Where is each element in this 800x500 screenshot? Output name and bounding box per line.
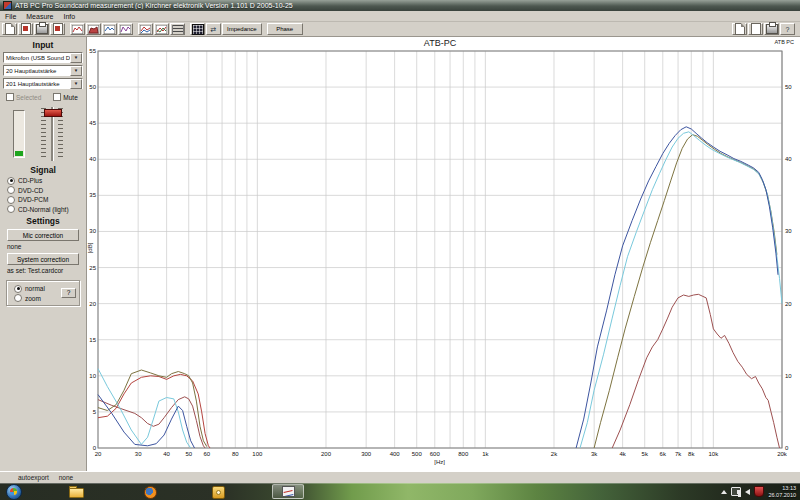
svg-text:400: 400 [390, 451, 401, 457]
export-button[interactable] [732, 23, 747, 35]
signal-option-dvd-cd[interactable]: DVD-CD [7, 186, 86, 194]
svg-text:6k: 6k [660, 451, 667, 457]
explorer-taskbar-icon[interactable] [68, 485, 84, 498]
menu-file[interactable]: File [0, 13, 21, 20]
chevron-down-icon[interactable]: ▼ [70, 53, 82, 63]
delete-measurement-button[interactable] [50, 23, 65, 35]
svg-text:300: 300 [361, 451, 372, 457]
open-file-button[interactable] [18, 23, 33, 35]
level-meter [13, 110, 25, 158]
tray-expand-icon[interactable] [721, 490, 727, 494]
spl-chart-purple-icon[interactable] [118, 23, 133, 35]
svg-text:50: 50 [89, 84, 96, 90]
chart-svg: 2030405060801002003004005006008001k2k3k4… [87, 37, 800, 474]
channel1-select[interactable]: 20 Hauptlautstärke ▼ [3, 65, 83, 76]
windows-logo-icon [10, 488, 17, 495]
control-panel: Input Mikrofon (USB Sound Device ▼ 20 Ha… [0, 37, 87, 471]
start-button[interactable] [6, 484, 22, 500]
menu-measure[interactable]: Measure [21, 13, 58, 20]
svg-text:25: 25 [89, 265, 96, 271]
svg-text:5k: 5k [642, 451, 649, 457]
volume-slider-handle[interactable] [44, 109, 62, 117]
content-area: Input Mikrofon (USB Sound Device ▼ 20 Ha… [0, 37, 800, 471]
new-measurement-button[interactable] [2, 23, 17, 35]
clock-date: 26.07.2010 [768, 492, 796, 499]
input-header: Input [0, 40, 86, 50]
y-axis-unit-label: [dB] [87, 243, 93, 254]
svg-text:100: 100 [252, 451, 263, 457]
copy-button[interactable] [748, 23, 763, 35]
autoexport-label: autoexport [18, 474, 49, 481]
svg-text:2k: 2k [551, 451, 558, 457]
chevron-down-icon[interactable]: ▼ [70, 79, 82, 89]
signal-header: Signal [0, 165, 86, 175]
svg-text:20: 20 [89, 301, 96, 307]
svg-text:20k: 20k [777, 451, 788, 457]
scale-toggle-icon[interactable]: ⇄ [206, 23, 221, 35]
title-bar: ATB PC Pro Soundcard measurement (c) Kir… [0, 0, 800, 11]
svg-text:55: 55 [89, 48, 96, 54]
channel2-select[interactable]: 201 Hauptlautstärke ▼ [3, 78, 83, 89]
volume-icon[interactable] [745, 489, 750, 495]
signal-option-cd-plus[interactable]: CD-Plus [7, 177, 86, 185]
impedance-button[interactable]: Impedance [222, 23, 262, 35]
svg-text:50: 50 [185, 451, 192, 457]
svg-text:8k: 8k [688, 451, 695, 457]
help-button[interactable]: ? [61, 288, 76, 298]
svg-text:20: 20 [95, 451, 102, 457]
svg-text:600: 600 [430, 451, 441, 457]
print-page-button[interactable] [764, 23, 779, 35]
menu-bar: FileMeasureInfo [0, 11, 800, 22]
svg-text:60: 60 [203, 451, 210, 457]
mic-correction-button[interactable]: Mic correction [7, 229, 79, 241]
svg-text:5: 5 [93, 409, 97, 415]
spl-chart-filled-icon[interactable] [86, 23, 101, 35]
volume-slider[interactable] [41, 106, 63, 162]
svg-text:4k: 4k [619, 451, 626, 457]
help-button-toolbar[interactable]: ? [780, 23, 795, 35]
svg-text:40: 40 [163, 451, 170, 457]
system-correction-button[interactable]: System correction [7, 253, 79, 265]
toolbar: ⇄ Impedance Phase ? [0, 22, 800, 37]
spl-chart-blue-icon[interactable] [102, 23, 117, 35]
signal-option-cd-normal-light-[interactable]: CD-Normal (light) [7, 205, 86, 213]
antivirus-shield-icon[interactable] [754, 486, 764, 497]
svg-text:0: 0 [785, 445, 789, 451]
signal-option-group: CD-PlusDVD-CDDVD-PCMCD-Normal (light) [0, 177, 86, 214]
chart-title: ATB-PC [87, 38, 793, 48]
spl-chart-overlay-icon[interactable] [154, 23, 169, 35]
mute-checkbox[interactable]: Mute [53, 93, 77, 101]
svg-text:30: 30 [89, 228, 96, 234]
signal-option-dvd-pcm[interactable]: DVD-PCM [7, 196, 86, 204]
svg-text:10: 10 [89, 373, 96, 379]
atb-app-taskbar-button[interactable] [272, 484, 304, 499]
svg-text:1k: 1k [482, 451, 489, 457]
input-device-select[interactable]: Mikrofon (USB Sound Device ▼ [3, 52, 83, 63]
svg-text:500: 500 [412, 451, 423, 457]
svg-text:200: 200 [321, 451, 332, 457]
system-tray: 13:13 26.07.2010 [721, 485, 800, 498]
spl-chart-dual-icon[interactable] [138, 23, 153, 35]
chevron-down-icon[interactable]: ▼ [70, 66, 82, 76]
svg-text:40: 40 [785, 156, 792, 162]
svg-text:7k: 7k [675, 451, 682, 457]
svg-text:10: 10 [785, 373, 792, 379]
taskbar-clock[interactable]: 13:13 26.07.2010 [768, 485, 796, 498]
svg-text:3k: 3k [591, 451, 598, 457]
chart-corner-label: ATB PC [775, 39, 794, 45]
mail-taskbar-icon[interactable] [210, 485, 226, 498]
selected-checkbox[interactable]: Selected [6, 93, 41, 101]
svg-text:[Hz]: [Hz] [434, 459, 445, 465]
level-adjust-icon[interactable] [170, 23, 185, 35]
firefox-taskbar-icon[interactable] [142, 485, 158, 498]
svg-text:40: 40 [89, 156, 96, 162]
display-grid-icon[interactable] [190, 23, 205, 35]
print-button[interactable] [34, 23, 49, 35]
app-icon [3, 1, 12, 10]
phase-button[interactable]: Phase [267, 23, 303, 35]
system-correction-value: as set: Test.cardcor [7, 267, 86, 274]
display-mode-group: normalzoom ? [6, 280, 80, 306]
menu-info[interactable]: Info [59, 13, 81, 20]
settings-header: Settings [0, 216, 86, 226]
spl-chart-red-icon[interactable] [70, 23, 85, 35]
